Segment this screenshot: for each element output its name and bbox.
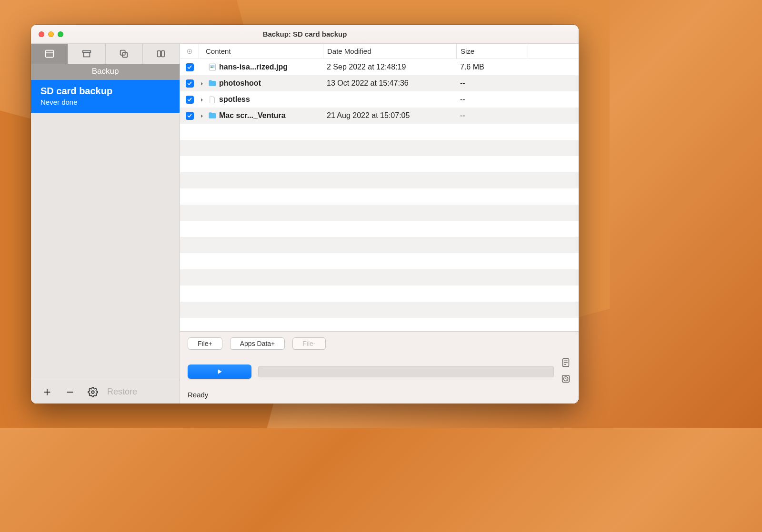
settings-button[interactable] — [81, 383, 104, 402]
tab-clone[interactable] — [106, 44, 143, 64]
columns-header: Content Date Modified Size — [180, 44, 579, 59]
row-name: photoshoot — [219, 79, 261, 88]
main-footer: File+ Apps Data+ File- — [180, 331, 579, 404]
task-when: Never done — [40, 98, 170, 106]
titlebar: Backup: SD card backup — [31, 25, 579, 44]
tab-backup[interactable] — [31, 44, 68, 64]
progress-bar — [258, 366, 554, 377]
row-checkbox[interactable] — [180, 79, 199, 88]
svg-rect-3 — [83, 52, 90, 57]
row-size: -- — [456, 111, 528, 120]
document-icon — [561, 357, 571, 368]
remove-task-button[interactable] — [59, 383, 81, 402]
svg-point-13 — [189, 50, 190, 51]
disclosure-triangle[interactable] — [199, 80, 206, 87]
row-name-cell: Mac scr..._Ventura — [199, 111, 323, 120]
svg-rect-7 — [161, 51, 164, 57]
clock-icon — [561, 374, 571, 384]
row-name: hans-isa...rized.jpg — [219, 63, 288, 71]
column-date-header[interactable]: Date Modified — [323, 44, 456, 59]
svg-line-29 — [566, 379, 567, 379]
backup-icon — [44, 49, 55, 59]
svg-rect-6 — [158, 51, 160, 57]
window-title: Backup: SD card backup — [31, 30, 579, 38]
folder-icon — [208, 79, 217, 88]
apps-data-add-button[interactable]: Apps Data+ — [230, 337, 285, 350]
table-row[interactable]: photoshoot13 Oct 2022 at 15:47:36-- — [180, 75, 579, 91]
svg-marker-19 — [201, 99, 203, 102]
play-icon — [216, 368, 223, 375]
row-size: -- — [456, 95, 528, 104]
restore-button[interactable]: Restore — [107, 387, 137, 397]
svg-marker-20 — [201, 115, 203, 118]
gear-icon — [88, 387, 98, 397]
sidebar-tabs — [31, 44, 180, 64]
tab-sync[interactable] — [143, 44, 180, 64]
file-add-button[interactable]: File+ — [188, 337, 222, 350]
column-check-header[interactable] — [180, 44, 199, 59]
sidebar-task[interactable]: SD card backup Never done — [31, 80, 180, 113]
row-name-cell: photoshoot — [199, 79, 323, 88]
file-icon — [208, 95, 217, 104]
row-name-cell: hans-isa...rized.jpg — [199, 62, 323, 72]
run-button[interactable] — [188, 365, 251, 379]
sidebar-section-header: Backup — [31, 64, 180, 80]
checkbox-icon — [186, 63, 194, 71]
main-panel: Content Date Modified Size hans-isa...ri… — [180, 44, 579, 404]
svg-marker-21 — [218, 369, 222, 374]
image-icon — [208, 62, 217, 72]
table-row[interactable]: Mac scr..._Ventura21 Aug 2022 at 15:07:0… — [180, 108, 579, 124]
checkbox-icon — [186, 96, 194, 104]
checkbox-icon — [186, 79, 194, 88]
log-button[interactable] — [561, 357, 571, 370]
target-icon — [186, 48, 193, 55]
table-row[interactable]: spotless-- — [180, 91, 579, 108]
app-window: Backup: SD card backup Backup S — [31, 25, 579, 404]
table-row[interactable]: hans-isa...rized.jpg2 Sep 2022 at 12:48:… — [180, 59, 579, 75]
row-size: 7.6 MB — [456, 63, 528, 71]
row-name-cell: spotless — [199, 95, 323, 104]
folder-icon — [208, 111, 217, 120]
archive-icon — [81, 49, 92, 59]
schedule-button[interactable] — [561, 374, 571, 386]
clone-icon — [119, 49, 129, 59]
status-label: Ready — [188, 391, 571, 399]
disclosure-triangle[interactable] — [199, 112, 206, 119]
column-size-header[interactable]: Size — [456, 44, 528, 59]
tab-archive[interactable] — [68, 44, 105, 64]
sync-icon — [156, 49, 166, 59]
plus-icon — [42, 387, 52, 397]
sidebar-bottom: Restore — [31, 380, 180, 404]
column-spacer — [528, 44, 579, 59]
row-name: Mac scr..._Ventura — [219, 111, 286, 120]
disclosure-triangle[interactable] — [199, 96, 206, 103]
row-name: spotless — [219, 95, 250, 104]
row-checkbox[interactable] — [180, 96, 199, 104]
row-checkbox[interactable] — [180, 112, 199, 120]
row-date: 21 Aug 2022 at 15:07:05 — [323, 111, 456, 120]
task-name: SD card backup — [40, 86, 170, 97]
svg-rect-0 — [45, 50, 53, 58]
row-date: 2 Sep 2022 at 12:48:19 — [323, 63, 456, 71]
row-date: 13 Oct 2022 at 15:47:36 — [323, 79, 456, 88]
svg-point-11 — [91, 391, 94, 394]
svg-marker-18 — [201, 82, 203, 86]
checkbox-icon — [186, 112, 194, 120]
row-size: -- — [456, 79, 528, 88]
add-task-button[interactable] — [36, 383, 59, 402]
row-checkbox[interactable] — [180, 63, 199, 71]
file-list[interactable]: hans-isa...rized.jpg2 Sep 2022 at 12:48:… — [180, 59, 579, 331]
sidebar: Backup SD card backup Never done Restore — [31, 44, 180, 404]
column-content-header[interactable]: Content — [199, 47, 323, 55]
file-remove-button[interactable]: File- — [292, 337, 325, 350]
minus-icon — [65, 387, 75, 397]
